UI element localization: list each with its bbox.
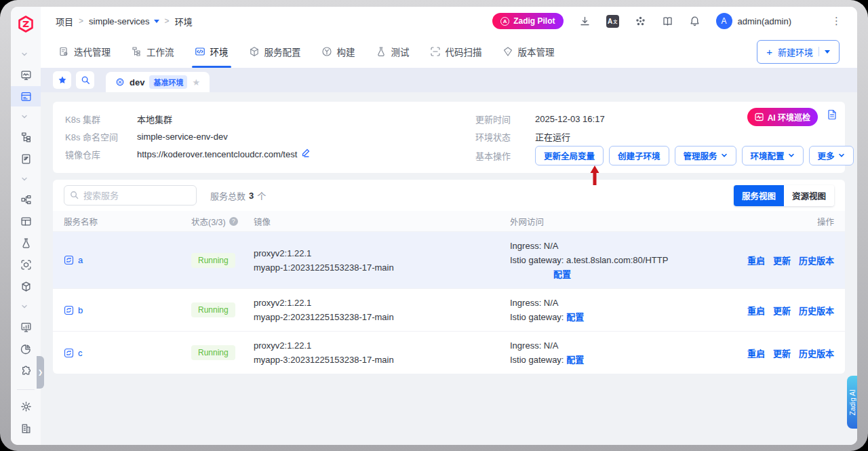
update-link[interactable]: 更新	[773, 347, 791, 359]
workflow-tree-icon	[20, 132, 32, 143]
restart-link[interactable]: 重启	[747, 347, 765, 359]
env-status-value: 正在运行	[535, 130, 570, 143]
update-link[interactable]: 更新	[773, 304, 791, 317]
sidebar-expand-handle[interactable]: ❯	[37, 356, 44, 389]
view-toggle: 服务视图 资源视图	[734, 185, 834, 206]
project-nav: 迭代管理 工作流 环境 服务配置 构建 测试	[41, 35, 857, 68]
environment-code-icon	[195, 46, 205, 57]
col-image: 镜像	[254, 215, 510, 228]
build-icon	[321, 46, 332, 57]
restart-link[interactable]: 重启	[747, 254, 765, 267]
manage-services-button[interactable]: 管理服务	[675, 146, 736, 165]
sidebar-item-tests[interactable]	[11, 233, 41, 253]
scan-cube-icon	[20, 259, 32, 271]
service-view-button[interactable]: 服务视图	[734, 185, 784, 206]
more-menu-icon[interactable]: ⋮	[831, 15, 842, 27]
docs-book-icon[interactable]	[662, 16, 673, 27]
ai-env-inspect-button[interactable]: AI 环境巡检	[747, 108, 818, 126]
zadig-ai-side-tab[interactable]: Zadig AI	[847, 376, 857, 429]
tab-build[interactable]: 构建	[321, 35, 355, 68]
download-icon[interactable]	[579, 16, 591, 27]
tab-environment[interactable]: 环境	[195, 35, 229, 68]
tab-service-config[interactable]: 服务配置	[249, 35, 301, 68]
sidebar-item-settings[interactable]	[11, 396, 41, 416]
sidebar-item-delivery[interactable]	[11, 276, 41, 296]
breadcrumb-page: 环境	[175, 15, 193, 28]
services-panel: 服务总数 3 个 服务视图 资源视图 服务名称 状态(3/3) ?	[53, 180, 845, 374]
sidebar-item-enterprise[interactable]	[11, 418, 41, 438]
environment-info-card: K8s 集群 本地集群 K8s 命名空间 simple-service-env-…	[53, 102, 845, 173]
breadcrumb-root[interactable]: 项目	[56, 15, 73, 28]
restart-link[interactable]: 重启	[747, 304, 765, 317]
config-link[interactable]: 配置	[553, 269, 571, 279]
top-bar: 项目 > simple-services > 环境 A Zadig Pilot …	[41, 7, 857, 35]
doc-edit-icon	[20, 153, 32, 165]
environment-tab-strip: dev 基准环境 ★	[41, 68, 857, 92]
flask-icon	[20, 237, 32, 249]
sidebar-group-chevron-icon[interactable]	[20, 111, 31, 122]
apps-cluster-icon[interactable]	[635, 16, 646, 27]
config-link[interactable]: 配置	[566, 355, 584, 365]
bell-icon[interactable]	[689, 16, 701, 27]
istio-gateway-info: Istio gateway:	[510, 355, 564, 365]
sidebar-item-workflows[interactable]	[11, 127, 41, 147]
sidebar-item-dashboard[interactable]	[11, 64, 41, 85]
tab-iteration[interactable]: 迭代管理	[58, 35, 111, 68]
code-scan-icon	[430, 46, 441, 57]
sidebar-group-chevron-icon[interactable]	[20, 174, 31, 184]
cluster-label: K8s 集群	[65, 113, 137, 125]
environment-tab-dev[interactable]: dev 基准环境 ★	[106, 72, 210, 92]
edit-pencil-icon[interactable]	[301, 149, 310, 159]
registry-label: 镜像仓库	[65, 148, 137, 161]
breadcrumb-project[interactable]: simple-services	[89, 16, 159, 26]
update-global-vars-button[interactable]: 更新全局变量	[535, 146, 604, 165]
tab-test[interactable]: 测试	[376, 35, 410, 68]
cube-icon	[249, 46, 260, 57]
sidebar-item-services[interactable]	[11, 189, 41, 210]
history-link[interactable]: 历史版本	[799, 304, 834, 317]
istio-gateway-info: Istio gateway:	[510, 312, 564, 322]
new-environment-button[interactable]: + 新建环境	[757, 40, 840, 64]
chevron-down-icon	[721, 152, 728, 159]
language-icon[interactable]: A文	[606, 15, 619, 28]
sidebar-group-chevron-icon[interactable]	[20, 301, 31, 312]
env-report-icon[interactable]	[827, 109, 837, 123]
annotation-arrow-up	[589, 165, 600, 185]
more-ops-button[interactable]: 更多	[809, 146, 854, 165]
ingress-info: Ingress: N/A	[510, 296, 734, 310]
breadcrumb-separator: >	[165, 16, 170, 26]
image-name: myapp-3:20231225153238-17-main	[254, 353, 510, 367]
star-icon[interactable]: ★	[192, 77, 200, 87]
info-icon[interactable]: ?	[229, 217, 238, 226]
package-icon	[20, 281, 32, 292]
chevron-down-icon	[838, 152, 845, 159]
sidebar-item-builds[interactable]	[11, 211, 41, 231]
sidebar-item-test-plan[interactable]	[11, 149, 41, 169]
chevron-down-icon	[788, 152, 795, 159]
sidebar-item-code-scan[interactable]	[11, 254, 41, 275]
tab-release[interactable]: 版本管理	[502, 35, 555, 68]
env-config-button[interactable]: 环境配置	[742, 146, 804, 165]
service-link[interactable]: a	[64, 255, 191, 265]
config-link[interactable]: 配置	[566, 312, 584, 322]
tab-code-scan[interactable]: 代码扫描	[430, 35, 482, 68]
favorite-envs-button[interactable]	[53, 71, 71, 89]
user-menu[interactable]: A admin(admin)	[716, 13, 791, 29]
service-link[interactable]: b	[64, 305, 191, 315]
cluster-value: 本地集群	[137, 113, 172, 125]
tab-workflow[interactable]: 工作流	[131, 35, 174, 68]
create-sub-env-button[interactable]: 创建子环境	[609, 146, 669, 165]
resource-view-button[interactable]: 资源视图	[784, 185, 834, 206]
history-link[interactable]: 历史版本	[799, 347, 834, 359]
history-link[interactable]: 历史版本	[799, 254, 834, 267]
zadig-pilot-button[interactable]: A Zadig Pilot	[492, 13, 563, 29]
zadig-logo-icon[interactable]	[16, 15, 35, 34]
search-envs-button[interactable]	[76, 71, 94, 89]
service-search-input[interactable]	[64, 185, 197, 205]
sidebar-item-data-overview[interactable]	[11, 317, 41, 337]
sidebar-item-projects[interactable]	[11, 86, 41, 106]
k8s-env-icon	[115, 77, 125, 87]
update-link[interactable]: 更新	[773, 254, 791, 267]
service-link[interactable]: c	[64, 348, 191, 358]
sidebar-group-chevron-icon[interactable]	[20, 49, 31, 60]
